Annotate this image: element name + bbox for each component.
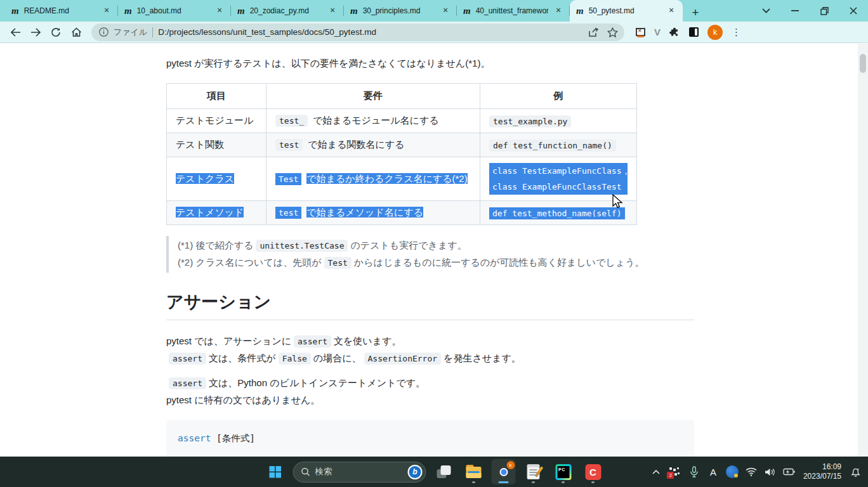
tab-50-pytest-active[interactable]: m 50_pytest.md ×: [570, 0, 683, 22]
browser-tab-strip: m README.md × m 10_about.md × m 20_zodia…: [0, 0, 868, 22]
ime-mode-indicator[interactable]: A: [704, 459, 722, 484]
selected-text: ,: [625, 165, 628, 176]
table-row-selected: テストクラス Testで始まるか終わるクラス名にする(*2) class Tes…: [167, 157, 637, 201]
tab-10-about[interactable]: m 10_about.md ×: [118, 0, 231, 22]
start-button[interactable]: [263, 459, 287, 484]
file-explorer-button[interactable]: [462, 459, 486, 484]
tab-20-zodiac[interactable]: m 20_zodiac_py.md ×: [231, 0, 344, 22]
camtasia-button[interactable]: C: [581, 459, 605, 484]
profile-avatar[interactable]: k: [707, 25, 723, 40]
code-block: assert [条件式]: [166, 420, 694, 457]
windows-logo-icon: [269, 466, 281, 478]
selected-text: テストメソッド: [176, 207, 244, 218]
tab-readme[interactable]: m README.md ×: [5, 0, 118, 22]
pycharm-button[interactable]: PC: [551, 459, 575, 484]
paragraph-line: pytest では、アサーションにassert文を使います。: [166, 333, 694, 350]
code-rest: [条件式]: [211, 433, 255, 443]
taskbar-search-box[interactable]: 検索 b: [293, 462, 426, 483]
taskbar-clock[interactable]: 16:09 2023/07/15: [799, 462, 845, 481]
screenshot-extension-icon[interactable]: [636, 28, 645, 36]
sidepanel-extension-icon[interactable]: [689, 27, 699, 37]
markdown-favicon-icon: m: [124, 6, 132, 16]
tab-close-icon[interactable]: ×: [440, 6, 450, 16]
home-button[interactable]: [67, 23, 85, 41]
markdown-body: pytest が実行するテストは、以下の要件を満たさなくてはなりません(*1)。…: [166, 44, 694, 486]
tab-close-icon[interactable]: ×: [666, 6, 676, 16]
share-icon[interactable]: [588, 27, 600, 37]
window-restore-button[interactable]: [810, 0, 839, 22]
back-button[interactable]: [6, 23, 24, 41]
extensions-puzzle-icon[interactable]: [669, 27, 680, 37]
header-example: 例: [480, 84, 637, 109]
wifi-icon[interactable]: [742, 459, 760, 484]
markdown-favicon-icon: m: [11, 6, 19, 16]
info-icon: [99, 27, 109, 37]
tab-close-icon[interactable]: ×: [327, 6, 338, 16]
time-label: 16:09: [803, 462, 841, 472]
inline-code: test: [275, 139, 303, 151]
omnibox-divider: [152, 27, 153, 37]
scrollbar-thumb[interactable]: [860, 54, 866, 73]
inline-code: Test: [275, 173, 301, 185]
tray-app-badge-icon[interactable]: 2: [666, 459, 684, 484]
svg-text:z: z: [857, 467, 859, 471]
inline-code: test_example.py: [489, 115, 571, 127]
new-tab-button[interactable]: +: [687, 4, 704, 22]
reload-button[interactable]: [47, 23, 65, 41]
battery-icon[interactable]: [780, 459, 798, 484]
forward-button[interactable]: [27, 23, 44, 41]
vimium-extension-icon[interactable]: V: [654, 27, 661, 37]
markdown-favicon-icon: m: [237, 6, 245, 16]
markdown-favicon-icon: m: [350, 6, 358, 16]
inline-code: class TestExampleFuncClass: [489, 165, 625, 177]
inline-code: test_: [275, 115, 308, 127]
pycharm-icon: PC: [555, 464, 571, 480]
chrome-button[interactable]: k: [492, 459, 516, 484]
selected-text: で始まるメソッド名にする: [306, 207, 423, 218]
chrome-icon: k: [495, 464, 512, 481]
address-bar[interactable]: ファイル D:/projects/lessons/unit_test_sampl…: [91, 23, 624, 41]
cell-example: def test_function_name(): [480, 133, 637, 157]
code-keyword: assert: [178, 433, 211, 443]
tab-search-chevron-icon[interactable]: [751, 0, 780, 22]
notification-bell-icon[interactable]: z: [846, 459, 864, 484]
paragraph-line: assert文は、Python のビルトインステートメントです。: [166, 375, 694, 392]
badge-count: 2: [667, 472, 674, 479]
tab-40-unittest[interactable]: m 40_unittest_framework.md ×: [457, 0, 570, 22]
selected-text: テストクラス: [176, 173, 234, 184]
bookmark-star-icon[interactable]: [607, 27, 618, 37]
header-requirement: 要件: [266, 84, 480, 109]
window-minimize-button[interactable]: [780, 0, 810, 22]
window-close-button[interactable]: [839, 0, 868, 22]
bing-icon[interactable]: b: [408, 465, 423, 479]
chrome-profile-badge: k: [506, 461, 515, 469]
cell-requirement: test_で始まるモジュール名にする: [266, 109, 480, 133]
search-icon: [301, 467, 310, 476]
footnote-2: (*2) クラス名については、先頭がTestからはじまるものに統一するのが可読性…: [178, 254, 694, 271]
page-scrollbar[interactable]: [858, 44, 868, 457]
paragraph-line: assert文は、条件式がFalseの場合に、AssertionErrorを発生…: [166, 350, 694, 367]
cell-item: テストクラス: [167, 157, 266, 201]
task-view-button[interactable]: [432, 459, 456, 484]
tab-close-icon[interactable]: ×: [214, 6, 225, 16]
tab-close-icon[interactable]: ×: [553, 6, 563, 16]
inline-code: def test_function_name(): [489, 140, 616, 152]
search-placeholder: 検索: [315, 466, 403, 477]
cell-item: テストモジュール: [167, 109, 266, 133]
microphone-icon[interactable]: [685, 459, 703, 484]
windows-taskbar: 検索 b k PC C: [0, 457, 868, 487]
tab-title: README.md: [24, 6, 96, 15]
table-row-selected: テストメソッド testで始まるメソッド名にする def test_method…: [167, 201, 637, 225]
inline-code: test: [275, 207, 301, 219]
tray-blue-app-icon[interactable]: [723, 459, 741, 484]
browser-menu-kebab-icon[interactable]: ⋮: [732, 27, 741, 38]
tray-chevron-up-icon[interactable]: [647, 459, 665, 484]
footnote-1: (*1) 後で紹介するunittest.TestCaseのテストも実行できます。: [178, 237, 694, 254]
tab-title: 40_unittest_framework.md: [476, 6, 548, 15]
url-text[interactable]: D:/projects/lessons/unit_test_samples/do…: [158, 27, 583, 37]
tab-close-icon[interactable]: ×: [102, 6, 112, 16]
table-header-row: 項目 要件 例: [167, 84, 637, 109]
notepad-button[interactable]: [522, 459, 546, 484]
volume-icon[interactable]: [761, 459, 779, 484]
tab-30-principles[interactable]: m 30_principles.md ×: [344, 0, 457, 22]
